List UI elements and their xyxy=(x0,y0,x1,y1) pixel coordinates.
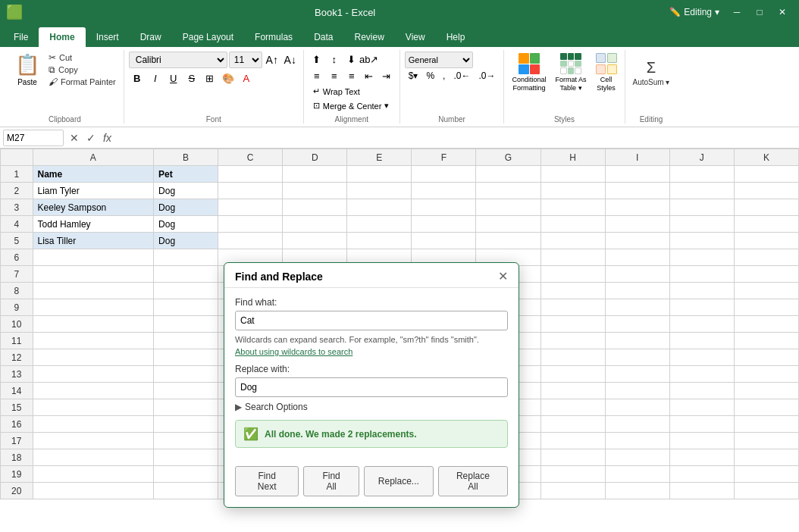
cell-empty[interactable] xyxy=(283,216,347,233)
tab-formulas[interactable]: Formulas xyxy=(244,27,303,47)
cell-empty[interactable] xyxy=(669,333,734,349)
cell-empty[interactable] xyxy=(734,183,798,199)
replace-input[interactable] xyxy=(235,377,508,397)
cell-empty[interactable] xyxy=(605,366,669,383)
cell-empty[interactable] xyxy=(734,333,798,349)
cell-empty[interactable] xyxy=(540,483,605,499)
cell-empty[interactable] xyxy=(669,316,734,333)
col-header-j[interactable]: J xyxy=(669,149,734,166)
align-center-button[interactable]: ≡ xyxy=(326,68,343,83)
cell-empty[interactable] xyxy=(605,449,669,466)
cell-empty[interactable] xyxy=(540,216,605,233)
tab-view[interactable]: View xyxy=(395,27,436,47)
font-color-button[interactable]: A xyxy=(238,70,255,86)
cell-empty[interactable] xyxy=(540,416,605,433)
conditional-formatting-button[interactable]: ConditionalFormatting xyxy=(509,52,549,94)
cell-empty[interactable] xyxy=(605,249,669,266)
cell-b1[interactable]: Pet xyxy=(154,166,218,183)
cell-empty[interactable] xyxy=(734,233,798,249)
cell-empty[interactable] xyxy=(734,283,798,299)
cell-empty[interactable] xyxy=(734,249,798,266)
cell-empty[interactable] xyxy=(605,233,669,249)
cell-empty[interactable] xyxy=(540,249,605,266)
cell-empty[interactable] xyxy=(669,233,734,249)
cell-empty[interactable] xyxy=(605,266,669,283)
cell-b5[interactable]: Dog xyxy=(154,233,218,249)
cell-b14[interactable] xyxy=(154,383,218,399)
fill-color-button[interactable]: 🎨 xyxy=(220,70,237,86)
cell-empty[interactable] xyxy=(669,433,734,449)
cell-empty[interactable] xyxy=(605,216,669,233)
cell-empty[interactable] xyxy=(218,166,283,183)
cell-a7[interactable] xyxy=(33,266,154,283)
cell-empty[interactable] xyxy=(605,333,669,349)
tab-draw[interactable]: Draw xyxy=(130,27,172,47)
tab-page-layout[interactable]: Page Layout xyxy=(172,27,244,47)
cell-empty[interactable] xyxy=(669,416,734,433)
tab-file[interactable]: File xyxy=(3,27,39,47)
cell-empty[interactable] xyxy=(734,266,798,283)
align-left-button[interactable]: ≡ xyxy=(309,68,325,83)
cell-empty[interactable] xyxy=(283,166,347,183)
cell-b8[interactable] xyxy=(154,283,218,299)
cell-a13[interactable] xyxy=(33,366,154,383)
find-all-button[interactable]: Find All xyxy=(303,466,359,496)
border-button[interactable]: ⊞ xyxy=(202,70,218,86)
cell-empty[interactable] xyxy=(412,233,476,249)
cell-empty[interactable] xyxy=(540,283,605,299)
cell-empty[interactable] xyxy=(734,399,798,416)
cell-empty[interactable] xyxy=(283,199,347,216)
find-input[interactable] xyxy=(235,311,508,330)
cell-empty[interactable] xyxy=(412,216,476,233)
cell-empty[interactable] xyxy=(669,349,734,366)
cell-b3[interactable]: Dog xyxy=(154,199,218,216)
cell-a16[interactable] xyxy=(33,416,154,433)
tab-data[interactable]: Data xyxy=(303,27,343,47)
tab-insert[interactable]: Insert xyxy=(86,27,130,47)
cell-empty[interactable] xyxy=(605,433,669,449)
cell-empty[interactable] xyxy=(218,233,283,249)
tab-help[interactable]: Help xyxy=(436,27,476,47)
indent-decrease-button[interactable]: ⇤ xyxy=(361,68,378,83)
cell-empty[interactable] xyxy=(734,349,798,366)
col-header-e[interactable]: E xyxy=(347,149,412,166)
cell-b18[interactable] xyxy=(154,449,218,466)
cell-a3[interactable]: Keeley Sampson xyxy=(33,199,154,216)
cell-empty[interactable] xyxy=(347,166,412,183)
cell-a1[interactable]: Name xyxy=(33,166,154,183)
cell-empty[interactable] xyxy=(734,316,798,333)
cell-empty[interactable] xyxy=(605,183,669,199)
cell-empty[interactable] xyxy=(669,299,734,316)
cell-empty[interactable] xyxy=(605,199,669,216)
cell-empty[interactable] xyxy=(412,199,476,216)
cell-empty[interactable] xyxy=(540,316,605,333)
cell-empty[interactable] xyxy=(283,233,347,249)
col-header-b[interactable]: B xyxy=(154,149,218,166)
underline-button[interactable]: U xyxy=(165,70,182,86)
cell-a11[interactable] xyxy=(33,333,154,349)
font-size-select[interactable]: 11 xyxy=(229,52,262,68)
cell-empty[interactable] xyxy=(734,466,798,483)
cell-empty[interactable] xyxy=(218,199,283,216)
cell-a10[interactable] xyxy=(33,316,154,333)
cell-empty[interactable] xyxy=(283,183,347,199)
cell-b16[interactable] xyxy=(154,416,218,433)
col-header-d[interactable]: D xyxy=(283,149,347,166)
col-header-c[interactable]: C xyxy=(218,149,283,166)
cell-empty[interactable] xyxy=(540,399,605,416)
cell-empty[interactable] xyxy=(540,199,605,216)
cell-empty[interactable] xyxy=(734,416,798,433)
cell-empty[interactable] xyxy=(734,433,798,449)
cell-b20[interactable] xyxy=(154,483,218,499)
align-middle-button[interactable]: ↕ xyxy=(326,52,343,67)
cell-empty[interactable] xyxy=(605,349,669,366)
minimize-button[interactable]: ─ xyxy=(726,5,747,20)
cell-empty[interactable] xyxy=(734,216,798,233)
increase-font-button[interactable]: A↑ xyxy=(264,52,280,68)
autosum-button[interactable]: Σ AutoSum ▾ xyxy=(630,52,673,94)
col-header-h[interactable]: H xyxy=(540,149,605,166)
cell-b10[interactable] xyxy=(154,316,218,333)
cell-empty[interactable] xyxy=(669,449,734,466)
cell-empty[interactable] xyxy=(669,266,734,283)
cell-empty[interactable] xyxy=(605,383,669,399)
